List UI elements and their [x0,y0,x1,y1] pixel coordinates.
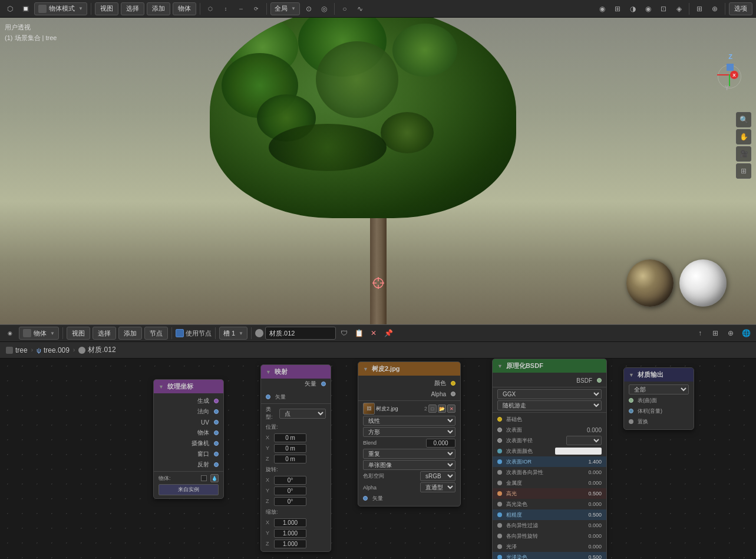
bsdf-metal-socket[interactable] [497,481,502,485]
bsdf-aniso-socket[interactable] [497,470,502,475]
mapping-scale-x[interactable] [274,518,306,527]
mapping-header[interactable]: ▼ 映射 [261,365,331,379]
tc-uv-socket[interactable] [214,420,219,425]
it-proj-row[interactable]: 方形 [358,426,460,438]
it-single-row[interactable]: 单张图像 [358,459,460,471]
select-menu[interactable]: 选择 [121,2,144,15]
bsdf-ss-socket[interactable] [497,428,502,432]
it-alpha-socket[interactable] [451,392,455,396]
mo-surface-socket[interactable] [629,398,633,403]
transform-icon3[interactable]: ↔ [235,2,247,15]
node-node-menu[interactable]: 节点 [144,327,168,340]
mapping-rot-x[interactable] [274,476,306,485]
bsdf-sheen-socket[interactable] [497,544,502,549]
node-overlay-icon[interactable]: ⊞ [709,327,722,340]
viewport-shading1[interactable]: ◑ [626,2,639,15]
material-close-icon[interactable]: ✕ [367,327,380,340]
bsdf-st-socket[interactable] [497,555,502,559]
mapping-scale-z[interactable] [274,540,306,548]
bsdf-ssr-socket[interactable] [497,438,502,443]
mapping-rot-y[interactable] [274,486,306,495]
texture-coord-node[interactable]: ▼ 纹理坐标 生成 法向 UV 物体 摄像机 [153,379,224,499]
transform-icon2[interactable]: ↕ [219,2,232,15]
bsdf-rw-select[interactable]: 随机游走 [497,400,602,410]
bsdf-ss-color-row[interactable]: 次表面颜色 [493,446,606,456]
use-nodes-toggle[interactable]: 使用节点 [176,329,212,338]
viewport-shading2[interactable]: ◉ [642,2,655,15]
mapping-rot-z[interactable] [274,497,306,506]
gizmo-icon[interactable]: ⊕ [708,2,721,15]
render-icon2[interactable]: ⊞ [611,2,624,15]
material-copy-icon[interactable]: 📋 [352,327,365,340]
mo-all-row[interactable]: 全部 [624,384,694,395]
transform-icon4[interactable]: ⟳ [250,2,263,15]
it-open-btn[interactable]: 📂 [438,405,446,413]
node-up-icon[interactable]: ↑ [694,327,707,340]
material-shield-icon[interactable]: 🛡 [338,327,351,340]
bsdf-af-socket[interactable] [497,523,502,528]
bsdf-rough-socket[interactable] [497,512,502,517]
tc-reflect-socket[interactable] [214,462,219,467]
tc-instance-row[interactable]: 来自实例 [154,484,223,496]
editor-type-icon[interactable]: ◉ [4,327,16,340]
snap-icon[interactable]: ⊙ [302,2,315,15]
slot-dropdown[interactable]: 槽 1 ▼ [219,327,247,340]
transform-icon1[interactable]: ⬡ [204,2,217,15]
it-proj-select[interactable]: 方形 [363,427,455,437]
node-editor[interactable]: ▼ 纹理坐标 生成 法向 UV 物体 摄像机 [0,359,756,559]
options-btn[interactable]: 选项 [729,2,752,15]
breadcrumb-mesh[interactable]: ψ tree.009 [37,346,70,354]
mapping-pos-z[interactable] [274,455,306,463]
it-interp-row[interactable]: 线性 [358,415,460,426]
it-cs-select[interactable]: sRGB [420,471,455,481]
bsdf-spec-socket[interactable] [497,491,502,496]
principled-bsdf-node[interactable]: ▼ 原理化BSDF BSDF GGX 随机游走 [492,359,607,559]
tc-instance-btn[interactable]: 来自实例 [159,484,219,495]
mapping-node[interactable]: ▼ 映射 矢量 矢量 类型: 点 [260,364,331,552]
wave-icon[interactable]: ∿ [354,2,367,15]
layout-icon[interactable]: 🔲 [19,2,32,15]
camera-tool[interactable]: 🎥 [736,146,751,162]
viewport-shading3[interactable]: ⊡ [657,2,670,15]
node-add-slot-icon[interactable]: ⊕ [724,327,737,340]
material-output-node[interactable]: ▼ 材质输出 全部 表(曲)面 体积(音量) 置换 [623,367,694,430]
image-texture-header[interactable]: ▼ 树皮2.jpg [358,362,460,376]
it-interp-select[interactable]: 线性 [363,416,455,426]
tc-object-socket[interactable] [214,430,219,435]
it-repeat-row[interactable]: 重复 [358,448,460,459]
breadcrumb-material[interactable]: 材质.012 [78,345,115,355]
object-menu[interactable]: 物体 [173,2,196,15]
bsdf-ggx-row[interactable]: GGX [493,389,606,400]
breadcrumb-tree[interactable]: tree [6,346,28,354]
it-alpha-select[interactable]: 直通型 [420,482,455,492]
tc-eyedropper[interactable]: 💧 [210,474,219,482]
bsdf-header[interactable]: ▼ 原理化BSDF [493,359,606,373]
bsdf-ior-socket[interactable] [497,459,502,464]
node-view-menu[interactable]: 视图 [67,327,90,340]
node-object-mode[interactable]: 物体 ▼ [19,327,59,340]
it-repeat-select[interactable]: 重复 [363,449,455,459]
tc-generate-socket[interactable] [214,399,219,403]
bsdf-ssc-socket[interactable] [497,449,502,453]
mapping-pos-y[interactable] [274,444,306,453]
it-file-row[interactable]: 🖼 树皮2.jpg 2 □ 📂 ✕ [358,402,460,415]
env-ball[interactable] [626,259,674,307]
bsdf-ar-socket[interactable] [497,534,502,538]
node-world-icon[interactable]: 🌐 [740,327,752,340]
grid-tool[interactable]: ⊞ [736,163,751,179]
gizmo-x-dot[interactable]: X [730,71,738,79]
tc-window-socket[interactable] [214,452,219,456]
mapping-vector-out-socket[interactable] [321,382,326,386]
bsdf-ssc-swatch[interactable] [555,448,602,455]
material-name-input[interactable] [265,327,336,340]
it-image-preview[interactable]: 🖼 [363,403,375,415]
tc-normal-socket[interactable] [214,409,219,414]
material-pin-icon[interactable]: 📌 [382,327,395,340]
blender-icon[interactable]: ⬡ [4,2,16,15]
bsdf-ggx-select[interactable]: GGX [497,389,602,399]
it-new-btn[interactable]: □ [428,405,437,413]
it-color-socket[interactable] [451,381,455,386]
mode-dropdown[interactable]: 物体模式 ▼ [34,2,87,15]
image-texture-node[interactable]: ▼ 树皮2.jpg 颜色 Alpha 🖼 树皮2.jpg 2 □ 📂 ✕ [358,361,461,507]
mo-displace-socket[interactable] [629,419,633,424]
